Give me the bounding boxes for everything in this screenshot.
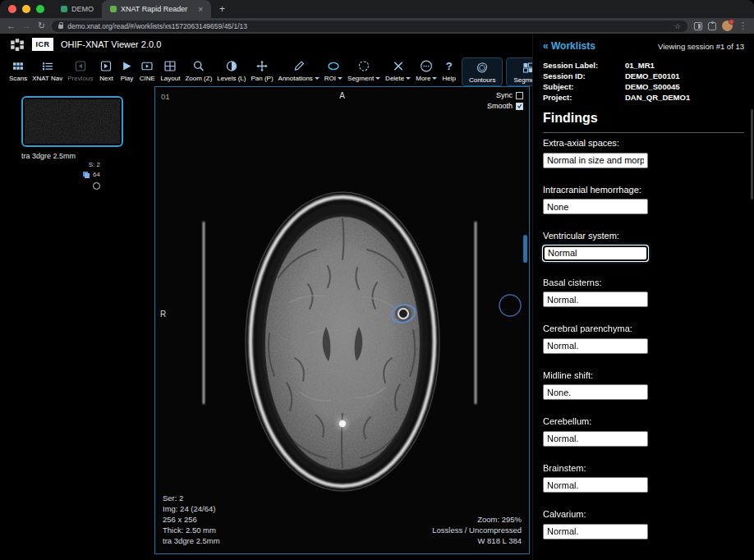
field-group: Ventricular system: (543, 231, 744, 261)
series-thumbnail[interactable] (21, 96, 123, 147)
field-label-cerebral-parenchyma: Cerebral parenchyma: (543, 324, 744, 333)
field-input-cerebral-parenchyma[interactable] (543, 338, 648, 354)
xnat-logo (10, 37, 25, 52)
mri-axial-image (155, 87, 529, 553)
toolbar-pan-button[interactable]: Pan (P) (248, 57, 275, 84)
toolbar-next-button[interactable]: Next (95, 57, 117, 84)
url-text: demo.xnat.org/read/#/worklists/xs1572063… (67, 22, 247, 30)
field-input-cerebellum[interactable] (543, 431, 648, 447)
extensions-icon[interactable] (708, 22, 716, 30)
tab-favicon (61, 6, 67, 12)
toolbar-annotations-button[interactable]: Annotations (276, 57, 322, 84)
forward-icon[interactable]: → (22, 21, 31, 30)
stat-matrix: 256 x 256 (163, 514, 220, 525)
profile-avatar[interactable] (722, 21, 733, 31)
field-group: Midline shift: (543, 370, 744, 401)
series-label: tra 3dgre 2.5mm (21, 152, 153, 160)
stat-compression: Lossless / Uncompressed (432, 525, 522, 535)
toolbar-previous-button[interactable]: Previous (65, 57, 95, 84)
tab-title: DEMO (71, 5, 94, 13)
contour-rings-icon (474, 61, 490, 75)
tab-favicon (110, 6, 117, 12)
field-label-midline-shift: Midline shift: (543, 370, 744, 380)
field-label-calvarium: Calvarium: (543, 509, 744, 519)
viewport-index-label: 01 (161, 92, 170, 101)
bookmark-star-icon[interactable]: ☆ (674, 22, 681, 30)
toolbar-scans-button[interactable]: Scans (7, 57, 30, 84)
roi-ellipse-icon (325, 59, 342, 73)
field-input-intracranial-hemorrhage[interactable] (543, 199, 648, 214)
chevron-down-icon (338, 77, 343, 80)
viewing-session-counter: Viewing session #1 of 13 (658, 42, 744, 51)
toolbar-levels-button[interactable]: Levels (L) (214, 57, 248, 84)
browser-tab-demo[interactable]: DEMO (53, 0, 102, 18)
stat-series: Ser: 2 (163, 493, 220, 503)
cine-icon (139, 59, 155, 73)
field-label-extra-axial-spaces: Extra-axial spaces: (543, 138, 744, 148)
ring-enhancing-lesion (398, 309, 408, 319)
browser-menu-icon[interactable]: ⋮ (738, 21, 747, 31)
reload-icon[interactable]: ↻ (38, 21, 45, 30)
findings-heading: Findings (543, 111, 744, 133)
panel-scrollbar[interactable] (751, 109, 753, 200)
panel-header-row: « Worklists Viewing session #1 of 13 (543, 40, 744, 52)
close-tab-icon[interactable]: × (198, 5, 203, 14)
minimize-window-button[interactable] (22, 5, 30, 13)
stat-image-index: Img: 24 (24/64) (163, 503, 220, 514)
field-input-basal-cisterns[interactable] (543, 291, 648, 307)
field-group: Brainstem: (543, 463, 744, 493)
field-label-ventricular-system: Ventricular system: (543, 231, 744, 241)
toolbar-cine-button[interactable]: CINE (136, 57, 158, 84)
toolbar-segment-button[interactable]: Segment (345, 57, 383, 84)
field-input-extra-axial-spaces[interactable] (543, 153, 648, 168)
more-dots-icon (418, 59, 434, 73)
browser-tab-xnat-rapid-reader[interactable]: XNAT Rapid Reader × (102, 0, 211, 18)
pan-arrows-icon (254, 59, 270, 73)
chevron-down-icon (406, 77, 411, 80)
toolbar-xnat-nav-button[interactable]: XNAT Nav (30, 57, 65, 84)
url-omnibox[interactable]: demo.xnat.org/read/#/worklists/xs1572063… (52, 21, 687, 32)
toolbar-play-button[interactable]: Play (117, 57, 136, 84)
toolbar-help-button[interactable]: ? Help (439, 57, 457, 84)
sync-checkbox[interactable] (516, 92, 523, 99)
field-input-ventricular-system[interactable] (543, 246, 648, 261)
toolbar-delete-button[interactable]: Delete (383, 57, 413, 84)
orientation-marker-right: R (160, 310, 166, 319)
field-group: Cerebral parenchyma: (543, 324, 744, 354)
field-input-calvarium[interactable] (543, 524, 648, 539)
field-label-cerebellum: Cerebellum: (543, 416, 744, 426)
worklist-findings-panel: « Worklists Viewing session #1 of 13 Ses… (532, 34, 754, 560)
toolbar-more-button[interactable]: More (413, 57, 439, 84)
thumbnail-image (25, 99, 120, 144)
chevron-down-icon (432, 77, 437, 80)
cross-icon (391, 59, 406, 73)
fullscreen-window-button[interactable] (36, 5, 44, 13)
series-badges: S: 2 64 (0, 160, 123, 193)
app-title: OHIF-XNAT Viewer 2.0.0 (61, 39, 161, 49)
scan-browser-sidebar: tra 3dgre 2.5mm S: 2 64 (0, 86, 153, 554)
new-tab-button[interactable]: + (219, 3, 225, 15)
smooth-label: Smooth (487, 102, 513, 110)
session-info-row: Session ID: DEMO_E00101 (543, 71, 744, 81)
worklists-back-link[interactable]: « Worklists (543, 40, 595, 52)
browser-action-icons: ⋮ (694, 21, 747, 31)
image-viewport[interactable]: 01 A R Sync Smooth Ser: 2 Img: 24 (24/64… (154, 86, 530, 554)
status-circle-icon (93, 182, 100, 190)
close-window-button[interactable] (8, 5, 16, 13)
toolbar-layout-button[interactable]: Layout (158, 57, 182, 84)
side-panel-icon[interactable] (694, 22, 702, 30)
layout-grid-icon (162, 59, 178, 73)
field-input-brainstem[interactable] (543, 477, 648, 493)
field-label-brainstem: Brainstem: (543, 463, 744, 473)
back-icon[interactable]: ← (7, 21, 16, 30)
previous-frame-icon (72, 59, 89, 73)
smooth-checkbox[interactable] (516, 103, 523, 110)
toolbar-zoom-button[interactable]: Zoom (Z) (182, 57, 214, 84)
contours-panel-button[interactable]: Contours (462, 57, 503, 86)
stack-scrollbar[interactable] (523, 235, 527, 263)
field-input-midline-shift[interactable] (543, 384, 648, 400)
toolbar-roi-button[interactable]: ROI (322, 57, 345, 84)
field-label-basal-cisterns: Basal cisterns: (543, 278, 744, 287)
session-info-row: Project: DAN_QR_DEMO1 (543, 92, 744, 103)
session-info-row: Session Label: 01_MR1 (543, 60, 744, 71)
